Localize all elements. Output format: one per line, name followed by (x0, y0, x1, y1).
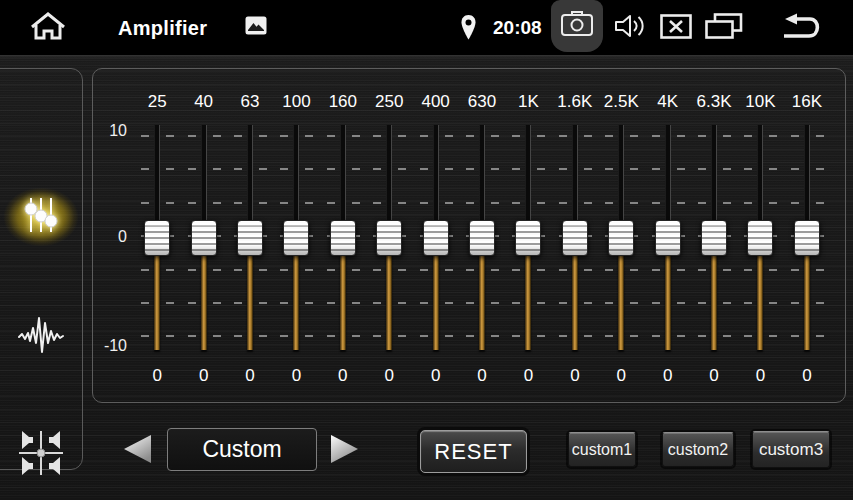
eq-band: 10K 0 (737, 88, 783, 390)
custom3-button[interactable]: custom3 (752, 431, 830, 468)
eq-band: 400 0 (412, 88, 458, 390)
sidebar-nav (0, 68, 83, 470)
band-frequency-label: 630 (459, 92, 505, 112)
custom2-button[interactable]: custom2 (662, 432, 734, 467)
band-frequency-label: 160 (320, 92, 366, 112)
band-slider[interactable] (505, 118, 551, 358)
slider-knob[interactable] (144, 220, 170, 256)
eq-band: 25 0 (134, 88, 180, 390)
band-value-label: 0 (227, 366, 273, 386)
sidebar-item-sound-effect[interactable] (1, 300, 81, 372)
slider-knob[interactable] (237, 220, 263, 256)
custom1-button[interactable]: custom1 (568, 432, 636, 467)
band-value-label: 0 (412, 366, 458, 386)
band-value-label: 0 (505, 366, 551, 386)
sidebar-item-equalizer[interactable] (1, 181, 81, 253)
recent-apps-button[interactable] (705, 15, 743, 42)
slider-knob[interactable] (655, 220, 681, 256)
eq-band: 16K 0 (784, 88, 830, 390)
band-value-label: 0 (737, 366, 783, 386)
home-button[interactable] (28, 12, 68, 43)
slider-knob[interactable] (330, 220, 356, 256)
band-frequency-label: 250 (366, 92, 412, 112)
next-preset-button[interactable] (329, 434, 361, 464)
slider-knob[interactable] (376, 220, 402, 256)
slider-knob[interactable] (423, 220, 449, 256)
top-status-bar: Amplifier 20:08 (0, 0, 853, 55)
waveform-icon (17, 310, 65, 362)
band-frequency-label: 1.6K (552, 92, 598, 112)
band-value-label: 0 (180, 366, 226, 386)
slider-knob[interactable] (608, 220, 634, 256)
band-value-label: 0 (320, 366, 366, 386)
home-icon (29, 11, 67, 45)
band-frequency-label: 2.5K (598, 92, 644, 112)
slider-knob[interactable] (515, 220, 541, 256)
close-window-icon (660, 14, 692, 43)
eq-band: 2.5K 0 (598, 88, 644, 390)
eq-band: 63 0 (227, 88, 273, 390)
band-slider[interactable] (320, 118, 366, 358)
scale-label-min: -10 (90, 337, 127, 355)
band-slider[interactable] (737, 118, 783, 358)
band-slider[interactable] (134, 118, 180, 358)
sidebar-item-balance-fader[interactable] (1, 419, 81, 491)
band-value-label: 0 (134, 366, 180, 386)
volume-icon (613, 12, 647, 44)
band-slider[interactable] (644, 118, 690, 358)
page-title: Amplifier (118, 16, 207, 40)
preset-display[interactable]: Custom (167, 428, 317, 471)
eq-band: 1.6K 0 (552, 88, 598, 390)
previous-preset-button[interactable] (121, 434, 153, 464)
band-value-label: 0 (598, 366, 644, 386)
band-slider[interactable] (598, 118, 644, 358)
band-value-label: 0 (459, 366, 505, 386)
band-slider[interactable] (784, 118, 830, 358)
band-frequency-label: 16K (784, 92, 830, 112)
band-frequency-label: 1K (505, 92, 551, 112)
band-frequency-label: 10K (737, 92, 783, 112)
band-slider[interactable] (227, 118, 273, 358)
camera-button[interactable] (551, 0, 603, 52)
slider-knob[interactable] (191, 220, 217, 256)
band-value-label: 0 (273, 366, 319, 386)
slider-knob[interactable] (283, 220, 309, 256)
slider-knob[interactable] (794, 220, 820, 256)
band-slider[interactable] (180, 118, 226, 358)
reset-button[interactable]: RESET (420, 430, 527, 473)
eq-band: 40 0 (180, 88, 226, 390)
back-button[interactable] (779, 14, 827, 43)
amplifier-screen: Amplifier 20:08 (0, 0, 853, 500)
location-pin-icon (460, 14, 477, 41)
slider-knob[interactable] (747, 220, 773, 256)
slider-knob[interactable] (562, 220, 588, 256)
eq-band: 100 0 (273, 88, 319, 390)
band-value-label: 0 (691, 366, 737, 386)
band-slider[interactable] (691, 118, 737, 358)
wallpaper-button[interactable] (245, 18, 267, 37)
band-slider[interactable] (366, 118, 412, 358)
left-arrow-icon (121, 450, 153, 467)
band-frequency-label: 25 (134, 92, 180, 112)
band-value-label: 0 (784, 366, 830, 386)
scale-label-mid: 0 (90, 228, 127, 246)
band-slider[interactable] (412, 118, 458, 358)
slider-knob[interactable] (469, 220, 495, 256)
eq-band: 6.3K 0 (691, 88, 737, 390)
eq-sliders-icon (19, 193, 63, 241)
eq-band: 1K 0 (505, 88, 551, 390)
close-app-button[interactable] (660, 16, 692, 41)
band-slider[interactable] (459, 118, 505, 358)
eq-band: 4K 0 (644, 88, 690, 390)
slider-knob[interactable] (701, 220, 727, 256)
back-icon (779, 12, 827, 45)
band-slider[interactable] (552, 118, 598, 358)
band-slider[interactable] (273, 118, 319, 358)
clock: 20:08 (493, 17, 542, 39)
eq-band: 250 0 (366, 88, 412, 390)
eq-bands: 25 0 40 0 63 (134, 88, 830, 390)
preset-name: Custom (202, 436, 281, 463)
band-value-label: 0 (644, 366, 690, 386)
volume-button[interactable] (612, 14, 648, 42)
band-frequency-label: 400 (412, 92, 458, 112)
